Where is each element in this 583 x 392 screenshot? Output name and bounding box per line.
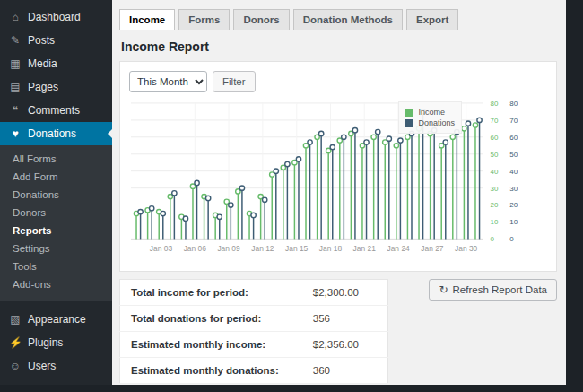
sidebar-menu-bottom: ▧Appearance⚡Plugins☺Users⚒Tools⚙Settings bbox=[0, 308, 112, 385]
plugins-icon: ⚡ bbox=[9, 336, 22, 349]
svg-text:Jan 15: Jan 15 bbox=[285, 244, 309, 253]
income-chart-svg: Jan 03Jan 06Jan 09Jan 12Jan 15Jan 18Jan … bbox=[129, 98, 547, 262]
svg-text:70: 70 bbox=[491, 117, 499, 125]
sidebar-item-media[interactable]: ▦Media bbox=[0, 52, 112, 75]
legend-donations-label: Donations bbox=[418, 118, 455, 127]
summary-value: 356 bbox=[302, 306, 388, 332]
admin-sidebar: ⌂Dashboard✎Posts▦Media▤Pages❝Comments ♥ … bbox=[0, 0, 112, 385]
summary-value: $2,356.00 bbox=[302, 332, 388, 358]
sidebar-item-tools[interactable]: ⚒Tools bbox=[0, 378, 112, 385]
refresh-report-data-button[interactable]: ↻ Refresh Report Data bbox=[429, 279, 557, 301]
svg-text:Jan 03: Jan 03 bbox=[150, 244, 173, 253]
sidebar-item-label: Dashboard bbox=[28, 11, 81, 23]
sidebar-item-plugins[interactable]: ⚡Plugins bbox=[0, 331, 112, 354]
svg-text:80: 80 bbox=[491, 100, 499, 108]
chart-legend: Income Donations bbox=[398, 101, 462, 134]
tab-income[interactable]: Income bbox=[119, 9, 175, 30]
posts-icon: ✎ bbox=[9, 34, 22, 47]
income-chart: Jan 03Jan 06Jan 09Jan 12Jan 15Jan 18Jan … bbox=[129, 98, 547, 262]
income-report-panel: This Month Filter Jan 03Jan 06Jan 09Jan … bbox=[119, 61, 557, 272]
svg-text:Jan 24: Jan 24 bbox=[387, 244, 410, 253]
sidebar-item-label: Media bbox=[28, 57, 57, 70]
pages-icon: ▤ bbox=[9, 81, 22, 93]
wordpress-admin-window: ⌂Dashboard✎Posts▦Media▤Pages❝Comments ♥ … bbox=[0, 0, 566, 385]
svg-text:10: 10 bbox=[509, 219, 518, 227]
sidebar-item-pages[interactable]: ▤Pages bbox=[0, 75, 112, 99]
svg-text:20: 20 bbox=[491, 202, 499, 210]
tools-icon: ⚒ bbox=[9, 383, 22, 385]
sidebar-item-dashboard[interactable]: ⌂Dashboard bbox=[0, 5, 112, 29]
svg-text:60: 60 bbox=[491, 134, 499, 142]
svg-text:70: 70 bbox=[509, 117, 518, 125]
svg-text:20: 20 bbox=[509, 202, 518, 210]
svg-text:80: 80 bbox=[509, 100, 518, 108]
svg-text:30: 30 bbox=[491, 185, 499, 193]
summary-label: Estimated monthly donations: bbox=[120, 358, 302, 384]
sidebar-item-label: Plugins bbox=[28, 336, 63, 349]
tab-donors[interactable]: Donors bbox=[233, 9, 289, 30]
svg-text:Jan 30: Jan 30 bbox=[455, 244, 478, 253]
summary-label: Estimated monthly income: bbox=[120, 332, 302, 358]
submenu-item-add-form[interactable]: Add Form bbox=[0, 168, 112, 186]
svg-text:0: 0 bbox=[491, 235, 495, 243]
table-row: Total income for period: $2,300.00 bbox=[120, 280, 388, 306]
sidebar-item-label: Comments bbox=[28, 104, 80, 117]
submenu-item-donors[interactable]: Donors bbox=[0, 204, 112, 222]
admin-content: IncomeFormsDonorsDonation MethodsExport … bbox=[112, 0, 566, 385]
sidebar-item-label: Posts bbox=[28, 34, 55, 47]
summary-table: Total income for period: $2,300.00 Total… bbox=[119, 279, 388, 384]
svg-text:30: 30 bbox=[509, 185, 518, 193]
period-select[interactable]: This Month bbox=[129, 71, 207, 92]
filter-button[interactable]: Filter bbox=[213, 71, 256, 92]
submenu-item-add-ons[interactable]: Add-ons bbox=[0, 275, 112, 293]
sidebar-item-label: Pages bbox=[28, 81, 58, 93]
svg-text:50: 50 bbox=[491, 151, 499, 159]
sidebar-item-appearance[interactable]: ▧Appearance bbox=[0, 308, 112, 331]
sidebar-item-label: Users bbox=[28, 360, 56, 372]
filter-bar: This Month Filter bbox=[129, 71, 547, 92]
submenu-item-all-forms[interactable]: All Forms bbox=[0, 150, 112, 168]
sidebar-item-label: Tools bbox=[28, 383, 53, 385]
submenu-item-reports[interactable]: Reports bbox=[0, 222, 112, 240]
svg-text:Jan 09: Jan 09 bbox=[217, 244, 240, 253]
report-summary-row: Total income for period: $2,300.00 Total… bbox=[119, 279, 557, 384]
submenu-item-settings[interactable]: Settings bbox=[0, 240, 112, 257]
sidebar-item-label: Donations bbox=[28, 127, 76, 140]
svg-text:40: 40 bbox=[509, 168, 518, 176]
svg-text:Jan 27: Jan 27 bbox=[421, 244, 444, 253]
media-icon: ▦ bbox=[9, 57, 22, 70]
sidebar-item-users[interactable]: ☺Users bbox=[0, 354, 112, 378]
svg-text:60: 60 bbox=[509, 134, 518, 142]
income-swatch bbox=[405, 109, 413, 117]
legend-income-label: Income bbox=[418, 108, 445, 117]
sidebar-item-donations[interactable]: ♥ Donations bbox=[0, 122, 112, 145]
table-row: Estimated monthly income: $2,356.00 bbox=[120, 332, 388, 358]
page-title: Income Report bbox=[121, 39, 557, 54]
submenu-item-tools[interactable]: Tools bbox=[0, 257, 112, 275]
summary-label: Total donations for period: bbox=[120, 306, 302, 332]
svg-text:Jan 21: Jan 21 bbox=[353, 244, 377, 253]
svg-text:Jan 18: Jan 18 bbox=[319, 244, 343, 253]
legend-donations: Donations bbox=[405, 118, 455, 127]
report-tabs: IncomeFormsDonorsDonation MethodsExport bbox=[119, 9, 557, 30]
refresh-icon: ↻ bbox=[439, 283, 448, 296]
menu-separator bbox=[0, 301, 112, 308]
svg-text:Jan 06: Jan 06 bbox=[184, 244, 207, 253]
donations-swatch bbox=[405, 119, 413, 127]
svg-text:40: 40 bbox=[491, 168, 499, 176]
sidebar-menu-top: ⌂Dashboard✎Posts▦Media▤Pages❝Comments bbox=[0, 5, 112, 122]
submenu-item-donations[interactable]: Donations bbox=[0, 186, 112, 204]
dashboard-icon: ⌂ bbox=[9, 11, 22, 23]
sidebar-item-comments[interactable]: ❝Comments bbox=[0, 99, 112, 122]
svg-text:10: 10 bbox=[491, 219, 499, 227]
tab-export[interactable]: Export bbox=[406, 9, 458, 30]
tab-donation-methods[interactable]: Donation Methods bbox=[293, 9, 403, 30]
svg-text:0: 0 bbox=[509, 235, 514, 243]
donations-submenu: All FormsAdd FormDonationsDonorsReportsS… bbox=[0, 145, 112, 301]
summary-label: Total income for period: bbox=[120, 280, 302, 306]
svg-text:Jan 12: Jan 12 bbox=[251, 244, 274, 253]
refresh-button-label: Refresh Report Data bbox=[453, 284, 547, 295]
tab-forms[interactable]: Forms bbox=[178, 9, 230, 30]
sidebar-item-posts[interactable]: ✎Posts bbox=[0, 29, 112, 52]
summary-value: 360 bbox=[302, 358, 388, 384]
